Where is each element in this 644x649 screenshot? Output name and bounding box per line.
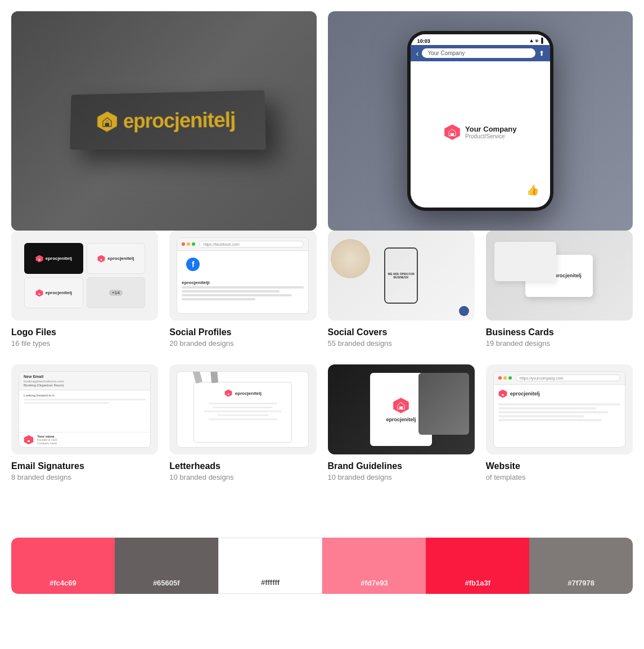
grid-item-email-sigs[interactable]: New Email booking@techreforms.com Bookin… [11,364,158,481]
swatch-dark-gray[interactable]: #65605f [115,538,218,594]
sp-fb-icon: f [186,258,200,271]
swatch-medium-gray[interactable]: #7f7978 [529,538,633,594]
phone-screen: 10:03 ▲ ᵾ ▐ ‹ Your Company ⬆ [411,34,550,208]
bg-preview: eprocjenitelj [328,364,475,454]
lh-logo-area: eprocjenitelj [224,389,262,397]
fb-share-icon[interactable]: ⬆ [539,49,544,57]
website-subtitle: of templates [486,473,633,481]
es-preview: New Email booking@techreforms.com Bookin… [19,371,151,448]
grid-item-business-cards[interactable]: eprocjenitelj Business Cards 19 branded … [486,231,633,348]
palette-row: #fc4c69 #65605f #ffffff #fd7e93 #fb1a3f … [11,538,633,594]
logo-files-subtitle: 16 file types [11,339,158,348]
logo-files-thumb: eprocjenitelj eprocjenitelj eprocjenitel… [11,231,158,321]
svg-marker-1 [444,124,460,140]
lf-cell-dark: eprocjenitelj [24,243,83,274]
wt-line-4 [498,415,584,417]
swatch-primary-red[interactable]: #fc4c69 [11,538,115,594]
fb-page-content: Your Company Product/Service 👍 [411,61,550,208]
wt-dot-yellow [503,376,507,380]
lh-clip-1 [192,371,202,384]
lh-line-3 [204,411,282,412]
brand-name-hero: eprocjenitelj [123,108,235,133]
logo-hero: eprocjenitelj [96,108,236,133]
grid-row-1: eprocjenitelj eprocjenitelj eprocjenitel… [11,231,633,348]
svg-marker-4 [35,289,43,296]
sc-fb-badge [459,306,469,316]
wt-preview: https://yourcompany.com eprocjenitelj [493,371,625,448]
lh-line-4 [217,414,269,416]
sc-phone: WE ARE OPEN FOR BUSINESS! [384,247,418,304]
email-sigs-thumb: New Email booking@techreforms.com Bookin… [11,364,158,454]
lh-clips [194,371,218,383]
sp-page-content: eprocjenitelji [177,278,308,313]
brand-hex-icon-fb [444,124,461,141]
fb-like-icon[interactable]: 👍 [526,184,539,196]
es-sig-company: Company name [37,441,57,445]
svg-marker-8 [393,398,409,413]
fb-company-name: Your Company [465,125,517,133]
lh-brand-name: eprocjenitelj [235,391,262,396]
wt-brand-icon [498,389,507,398]
logo-files-preview: eprocjenitelj eprocjenitelj eprocjenitel… [19,237,151,314]
es-new-email: New Email [24,375,146,378]
swatch-deep-pink[interactable]: #fb1a3f [426,538,529,594]
es-from: booking@techreforms.com [24,380,146,383]
wt-content: eprocjenitelj [494,385,625,447]
swatch-light-pink-label: #fd7e93 [361,579,388,587]
social-profiles-title: Social Profiles [169,327,316,337]
bg-brand-name: eprocjenitelj [386,417,416,422]
grid-item-brand-guidelines[interactable]: eprocjenitelj Brand Guidelines 10 brande… [328,364,475,481]
svg-marker-2 [35,255,43,262]
grid-item-social-covers[interactable]: WE ARE OPEN FOR BUSINESS! Social Covers … [328,231,475,348]
business-cards-title: Business Cards [486,327,633,337]
es-line-2 [24,402,109,404]
lf-light-2-label: eprocjenitelj [46,290,72,295]
social-profiles-subtitle: 20 branded designs [169,339,316,348]
wt-dot-green [508,376,512,380]
swatch-white[interactable]: #ffffff [218,538,323,594]
business-cards-subtitle: 19 branded designs [486,339,633,348]
swatch-medium-gray-label: #7f7978 [568,579,595,587]
sp-dot-green [192,242,195,246]
grid-item-website[interactable]: https://yourcompany.com eprocjenitelj [486,364,633,481]
es-line-1 [24,399,146,400]
letterheads-subtitle: 10 branded designs [169,473,316,481]
sp-line-4 [182,298,255,300]
swatch-primary-red-label: #fc4c69 [49,579,76,587]
email-sigs-subtitle: 8 branded designs [11,473,158,481]
svg-marker-9 [498,390,507,398]
bg-brand-icon [393,397,409,414]
email-sigs-title: Email Signatures [11,461,158,471]
grid-item-letterheads[interactable]: eprocjenitelj Letterheads 10 branded des… [169,364,316,481]
hero-section: eprocjenitelj 10:03 ▲ ᵾ ▐ ‹ Your Company… [0,0,644,219]
fb-back-icon[interactable]: ‹ [416,49,419,58]
wt-brand-name: eprocjenitelj [510,391,540,396]
sc-preview: WE ARE OPEN FOR BUSINESS! [328,231,475,321]
es-body: Looking forward to it [19,390,150,432]
phone-status-bar: 10:03 ▲ ᵾ ▐ [411,34,550,45]
swatch-white-label: #ffffff [261,578,280,587]
swatch-deep-pink-label: #fb1a3f [465,579,490,587]
lf-light-label: eprocjenitelj [107,256,134,261]
wt-browser-bar: https://yourcompany.com [494,372,625,385]
sp-line-3 [182,294,291,296]
brand-guidelines-subtitle: 10 branded designs [328,473,475,481]
grid-item-logo-files[interactable]: eprocjenitelj eprocjenitelj eprocjenitel… [11,231,158,348]
sp-url-bar: https://facebook.com [199,241,304,247]
swatch-light-pink[interactable]: #fd7e93 [322,538,426,594]
lf-badge: +14 [109,290,123,296]
wt-logo-area: eprocjenitelj [498,389,620,398]
grid-item-social-profiles[interactable]: https://facebook.com f eprocjenitelji So… [169,231,316,348]
social-covers-thumb: WE ARE OPEN FOR BUSINESS! [328,231,475,321]
sp-browser-bar: https://facebook.com [177,238,308,251]
phone-time: 10:03 [417,38,430,44]
sc-coffee-cup [331,239,370,278]
wt-line-3 [498,411,608,413]
social-profiles-thumb: https://facebook.com f eprocjenitelji [169,231,316,321]
lh-line-2 [213,407,273,408]
logo-card: eprocjenitelj [70,90,266,150]
es-signature: Your name Founder & CEO Company name [19,432,150,447]
bc-brand-name: eprocjenitelj [552,273,582,278]
wt-dot-red [498,376,502,380]
es-sig-details: Your name Founder & CEO Company name [37,435,57,445]
